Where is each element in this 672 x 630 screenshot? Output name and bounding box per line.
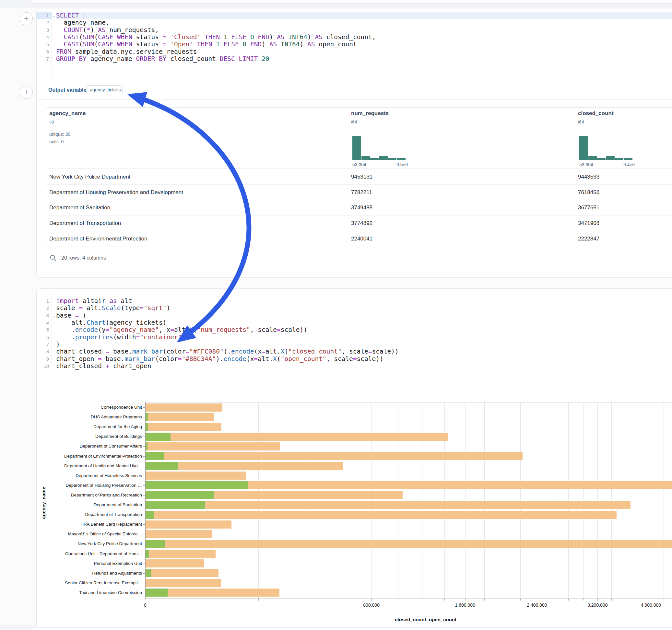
column-header-agency_name[interactable]: agency_name — [49, 110, 86, 117]
sql-cell-card: 1⌄SELECT 2 agency_name,3 COUNT(*) AS num… — [36, 8, 672, 278]
line-number: 7 — [37, 55, 51, 63]
sql-line-7[interactable]: 7GROUP BY agency_name ORDER BY closed_co… — [37, 55, 672, 63]
table-row[interactable]: Department of Transportation377489234719… — [46, 215, 672, 231]
table-row[interactable]: New York City Police Department945313194… — [46, 169, 672, 185]
y-axis-label: Personal Exemption Unit — [43, 561, 142, 566]
gridline — [422, 402, 423, 599]
plot-top-border — [145, 402, 672, 403]
code-text[interactable]: agency_name, — [56, 19, 672, 26]
text-caret — [83, 12, 84, 19]
y-axis-label: Operations Unit - Department of Hom… — [43, 551, 142, 556]
sql-line-4[interactable]: 4 CAST(SUM(CASE WHEN status = 'Closed' T… — [37, 34, 672, 41]
bar-open-count — [146, 491, 214, 499]
y-axis-label: Department of Buildings — [43, 434, 142, 439]
gridline — [638, 402, 638, 599]
y-axis-label: Department of Housing Preservation … — [43, 483, 142, 488]
gridline — [503, 402, 503, 599]
histogram-bar — [388, 158, 397, 160]
y-axis-label: Department of Parks and Recreation — [43, 492, 142, 498]
code-text[interactable]: GROUP BY agency_name ORDER BY closed_cou… — [56, 55, 672, 63]
histogram-max-label: 9.4e6 — [623, 162, 635, 167]
histogram-bar — [361, 156, 370, 160]
output-variable-chip[interactable]: agency_tickets — [86, 85, 123, 94]
x-axis-tick-label: 800,000 — [363, 602, 380, 608]
histogram-min-label: 53,304 — [352, 162, 366, 167]
sql-line-6[interactable]: 6FROM sample_data.nyc.service_requests — [37, 48, 672, 55]
column-header-closed_count[interactable]: closed_count — [578, 110, 614, 117]
y-axis-label: Department of Environmental Protection — [43, 454, 142, 459]
histogram-bar — [370, 158, 379, 160]
table-footer: 20 rows, 4 columns — [50, 253, 106, 263]
table-cell: 9453131 — [351, 174, 373, 180]
column-type: str — [49, 119, 54, 124]
table-cell: 3677651 — [578, 204, 599, 211]
bar-open-count — [146, 413, 148, 421]
x-axis-tick-label: 1,600,000 — [455, 602, 475, 608]
sql-line-2[interactable]: 2 agency_name, — [37, 19, 672, 26]
column-type: i64 — [351, 119, 357, 124]
add-cell-button-top[interactable]: + — [20, 12, 33, 25]
y-axis-label: Department of Transportation — [43, 512, 142, 517]
gridline — [258, 402, 259, 599]
histogram-bar — [579, 136, 588, 160]
line-number: 6 — [37, 48, 51, 55]
bar-closed-count — [146, 471, 246, 480]
y-axis-label: HRA Benefit Card Replacement — [43, 522, 142, 527]
histogram-bar — [352, 136, 361, 160]
table-cell: New York City Police Department — [49, 174, 130, 180]
bar-closed-count — [146, 579, 221, 587]
bar-open-count — [146, 550, 149, 558]
bar-closed-count — [146, 550, 216, 558]
column-header-num_requests[interactable]: num_requests — [351, 110, 389, 117]
x-axis-tick-label: 3,200,000 — [587, 602, 607, 608]
code-text[interactable]: COUNT(*) AS num_requests, — [56, 27, 672, 34]
column-stat: nulls: 0 — [49, 139, 64, 144]
bar-open-count — [146, 481, 248, 489]
code-text[interactable]: CAST(SUM(CASE WHEN status = 'Closed' THE… — [56, 34, 672, 41]
gridline — [465, 402, 465, 599]
fold-spacer — [51, 55, 56, 63]
gridline — [553, 402, 553, 599]
histogram-min-label: 53,304 — [579, 162, 593, 167]
bar-closed-count — [146, 452, 523, 460]
table-footer-text: 20 rows, 4 columns — [61, 255, 106, 261]
histogram-bar — [379, 156, 388, 160]
add-cell-button-middle[interactable]: + — [20, 86, 33, 99]
notebook-page: + + 1⌄SELECT 2 agency_name,3 COUNT(*) AS… — [0, 0, 672, 630]
bar-open-count — [146, 423, 148, 431]
y-axis-label: DHS Advantage Programs — [43, 414, 142, 419]
y-axis-label: Department of Homeless Services — [43, 473, 142, 478]
table-row[interactable]: Department of Housing Preservation and D… — [46, 185, 672, 200]
table-row[interactable]: Department of Environmental Protection22… — [46, 231, 672, 247]
gridline — [625, 402, 625, 599]
code-text[interactable]: SELECT — [56, 12, 672, 19]
sql-line-3[interactable]: 3 COUNT(*) AS num_requests, — [37, 27, 672, 34]
altair-bar-chart: Correspondence UnitDHS Advantage Program… — [37, 289, 672, 627]
gridline — [583, 402, 583, 599]
histogram-max-label: 9.5e6 — [397, 162, 408, 167]
gridline — [484, 402, 485, 599]
bar-closed-count — [146, 511, 617, 519]
y-axis-label: Refunds and Adjustments — [43, 571, 142, 576]
x-axis-title: closed_count, open_count — [395, 617, 456, 622]
line-number: 2 — [37, 19, 51, 26]
y-axis-title: agency_name — [41, 485, 46, 520]
y-axis-label: Taxi and Limousine Commission — [43, 590, 142, 595]
sql-line-1[interactable]: 1⌄SELECT — [37, 12, 672, 19]
code-text[interactable]: CAST(SUM(CASE WHEN status = 'Open' THEN … — [56, 41, 672, 48]
search-icon[interactable] — [50, 255, 57, 262]
histogram-bar — [615, 158, 623, 160]
sql-code-editor[interactable]: 1⌄SELECT 2 agency_name,3 COUNT(*) AS num… — [37, 12, 672, 63]
table-row[interactable]: Department of Sanitation37494853677651 — [46, 200, 672, 216]
histogram-bar — [589, 156, 597, 160]
sql-line-5[interactable]: 5 CAST(SUM(CASE WHEN status = 'Open' THE… — [37, 41, 672, 48]
gridline — [568, 402, 569, 599]
code-text[interactable]: FROM sample_data.nyc.service_requests — [56, 48, 672, 55]
histogram-bar — [606, 156, 615, 160]
fold-chevron-icon[interactable]: ⌄ — [51, 12, 56, 19]
y-axis-label: Department for the Aging — [43, 424, 142, 429]
gridline — [445, 402, 445, 599]
column-type: i64 — [578, 119, 584, 124]
bar-open-count — [146, 569, 151, 577]
bar-open-count — [146, 452, 164, 460]
